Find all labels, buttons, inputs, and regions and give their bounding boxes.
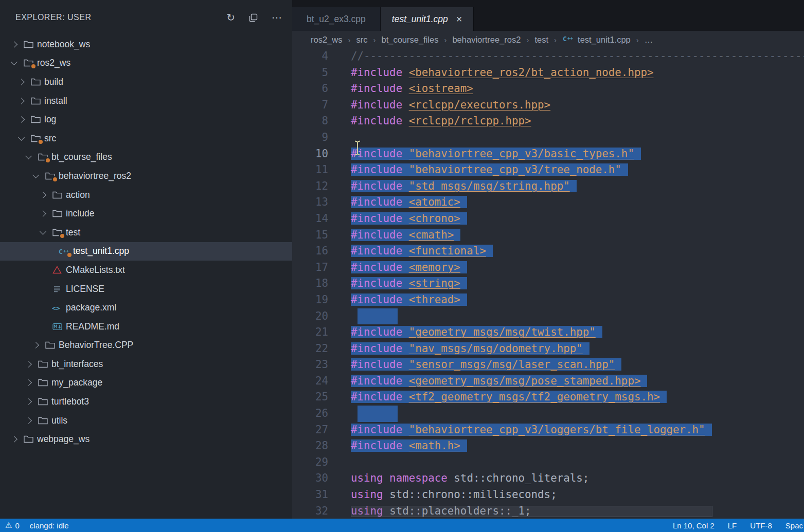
code-line[interactable]: 4//-------------------------------------… [292, 48, 804, 65]
code-line[interactable]: 19#include <thread> [292, 292, 804, 308]
line-number[interactable]: 27 [292, 422, 328, 438]
line-number[interactable]: 10 [292, 146, 328, 162]
line-number[interactable]: 9 [292, 130, 328, 146]
code-line[interactable]: 13#include <atomic> [292, 194, 804, 211]
line-number[interactable]: 22 [292, 341, 328, 357]
tree-item-webpage-ws[interactable]: webpage_ws [0, 430, 292, 449]
close-icon[interactable]: × [456, 14, 462, 24]
breadcrumb-item-src[interactable]: src [356, 35, 367, 45]
breadcrumb-item-test[interactable]: test [534, 35, 548, 45]
line-number[interactable]: 23 [292, 357, 328, 373]
code-line[interactable]: 22#include "nav_msgs/msg/odometry.hpp" [292, 341, 804, 357]
code-area[interactable]: 4//-------------------------------------… [292, 48, 804, 519]
tree-item-include[interactable]: include [0, 204, 292, 223]
code-line[interactable]: 26 [292, 406, 804, 422]
code-line[interactable]: 8#include <rclcpp/rclcpp.hpp> [292, 113, 804, 130]
code-line[interactable]: 7#include <rclcpp/executors.hpp> [292, 97, 804, 114]
tree-item-test-unit1-cpp[interactable]: C++test_unit1.cpp [0, 242, 292, 261]
tree-item-bt-course-files[interactable]: bt_course_files [0, 148, 292, 167]
line-number[interactable]: 32 [292, 503, 328, 519]
tree-item-bt-interfaces[interactable]: bt_interfaces [0, 355, 292, 374]
tree-item-log[interactable]: log [0, 110, 292, 129]
code-line[interactable]: 31using std::chrono::milliseconds; [292, 487, 804, 503]
tree-item-build[interactable]: build [0, 72, 292, 91]
code-line[interactable]: 20 [292, 308, 804, 325]
tree-item-utils[interactable]: utils [0, 411, 292, 430]
more-actions-icon[interactable]: ⋯ [272, 12, 282, 23]
tree-item-ros2-ws[interactable]: ros2_ws [0, 54, 292, 73]
code-line[interactable]: 16#include <functional> [292, 243, 804, 260]
line-number[interactable]: 29 [292, 454, 328, 471]
tree-item-action[interactable]: action [0, 186, 292, 205]
breadcrumb-item-[interactable]: … [645, 35, 653, 45]
code-line[interactable]: 9 [292, 130, 804, 146]
code-line[interactable]: 15#include <cmath> [292, 227, 804, 244]
tree-item-my-package[interactable]: my_package [0, 374, 292, 393]
code-line[interactable]: 6#include <iostream> [292, 81, 804, 97]
line-number[interactable]: 6 [292, 81, 328, 97]
tree-item-cmakelists-txt[interactable]: CMakeLists.txt [0, 261, 292, 280]
code-line[interactable]: 11#include "behaviortree_cpp_v3/tree_nod… [292, 162, 804, 178]
tree-item-behaviortree-ros2[interactable]: behaviortree_ros2 [0, 167, 292, 186]
line-number[interactable]: 14 [292, 211, 328, 227]
code-line[interactable]: 23#include "sensor_msgs/msg/laser_scan.h… [292, 357, 804, 373]
line-number[interactable]: 12 [292, 178, 328, 195]
line-number[interactable]: 13 [292, 194, 328, 211]
code-line[interactable]: 25#include <tf2_geometry_msgs/tf2_geomet… [292, 389, 804, 406]
clangd-status[interactable]: clangd: idle [30, 521, 69, 530]
refresh-icon[interactable]: ↻ [226, 12, 235, 23]
code-line[interactable]: 30using namespace std::chrono_literals; [292, 470, 804, 487]
code-line[interactable]: 29 [292, 454, 804, 471]
code-line[interactable]: 24#include <geometry_msgs/msg/pose_stamp… [292, 373, 804, 390]
line-number[interactable]: 4 [292, 48, 328, 65]
tree-item-license[interactable]: LICENSE [0, 280, 292, 299]
tree-item-install[interactable]: install [0, 91, 292, 111]
code-line[interactable]: 28#include <math.h> [292, 438, 804, 454]
breadcrumb-item-bt-course-files[interactable]: bt_course_files [381, 35, 438, 45]
editor[interactable]: 4//-------------------------------------… [292, 48, 804, 519]
code-line[interactable]: 17#include <memory> [292, 260, 804, 276]
line-number[interactable]: 18 [292, 276, 328, 292]
breadcrumb-item-behaviortree-ros2[interactable]: behaviortree_ros2 [452, 35, 521, 45]
line-number[interactable]: 17 [292, 260, 328, 276]
cursor-position-indicator[interactable]: Ln 10, Col 2 [673, 521, 714, 530]
code-line[interactable]: 21#include "geometry_msgs/msg/twist.hpp" [292, 324, 804, 341]
line-number[interactable]: 16 [292, 243, 328, 260]
eol-indicator[interactable]: LF [728, 521, 737, 530]
tree-item-notebook-ws[interactable]: notebook_ws [0, 35, 292, 54]
line-number[interactable]: 30 [292, 470, 328, 487]
problems-indicator[interactable]: ⚠ 0 [5, 521, 20, 530]
breadcrumb-item-ros2-ws[interactable]: ros2_ws [311, 35, 342, 45]
line-number[interactable]: 8 [292, 113, 328, 130]
line-number[interactable]: 28 [292, 438, 328, 454]
code-line[interactable]: 18#include <string> [292, 276, 804, 292]
line-number[interactable]: 24 [292, 373, 328, 390]
line-number[interactable]: 7 [292, 97, 328, 114]
line-number[interactable]: 19 [292, 292, 328, 308]
tree-item-test[interactable]: test [0, 223, 292, 242]
encoding-indicator[interactable]: UTF-8 [750, 521, 772, 530]
line-number[interactable]: 31 [292, 487, 328, 503]
tree-item-src[interactable]: src [0, 129, 292, 148]
code-line[interactable]: 5#include <behaviortree_ros2/bt_action_n… [292, 65, 804, 81]
tree-item-behaviortree-cpp[interactable]: BehaviorTree.CPP [0, 336, 292, 355]
tab-test-unit1-cpp[interactable]: test_unit1.cpp× [381, 7, 474, 31]
code-line[interactable]: 10#include "behaviortree_cpp_v3/basic_ty… [292, 146, 804, 162]
line-number[interactable]: 25 [292, 389, 328, 406]
code-line[interactable]: 27#include "behaviortree_cpp_v3/loggers/… [292, 422, 804, 438]
code-line[interactable]: 14#include <chrono> [292, 211, 804, 227]
line-number[interactable]: 5 [292, 65, 328, 81]
tree-item-turtlebot3[interactable]: turtlebot3 [0, 392, 292, 411]
indentation-indicator[interactable]: Spac [785, 521, 803, 530]
line-number[interactable]: 26 [292, 406, 328, 422]
line-number[interactable]: 15 [292, 227, 328, 244]
line-number[interactable]: 11 [292, 162, 328, 178]
code-line[interactable]: 12#include "std_msgs/msg/string.hpp" [292, 178, 804, 195]
line-number[interactable]: 21 [292, 324, 328, 341]
line-number[interactable]: 20 [292, 308, 328, 325]
horizontal-scrollbar[interactable] [351, 506, 712, 517]
tree-item-package-xml[interactable]: <>package.xml [0, 298, 292, 317]
tab-bt-u2-ex3-cpp[interactable]: bt_u2_ex3.cpp [292, 7, 381, 31]
copy-icon[interactable] [249, 13, 258, 22]
tree-item-readme-md[interactable]: README.md [0, 317, 292, 336]
